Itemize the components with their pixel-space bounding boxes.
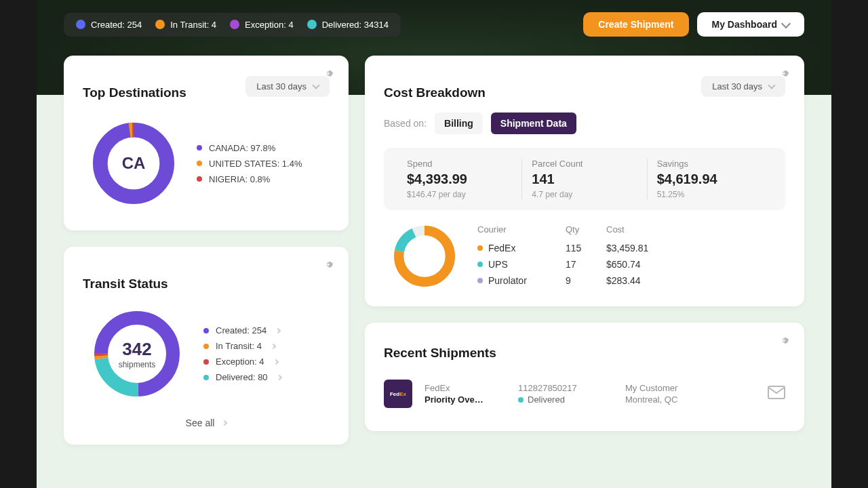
gear-icon[interactable]	[323, 259, 336, 272]
destinations-donut-chart: CA	[90, 119, 178, 207]
legend-item[interactable]: CANADA: 97.8%	[197, 143, 302, 153]
stat-in-transit[interactable]: In Transit: 4	[155, 20, 216, 30]
chevron-right-icon	[271, 343, 276, 348]
legend-item[interactable]: UNITED STATES: 1.4%	[197, 159, 302, 169]
chevron-right-icon	[273, 359, 278, 364]
shipment-row[interactable]: FedEx FedEx Priority Ove… 112827850217 D…	[384, 373, 785, 415]
donut-center-label: CA	[122, 154, 146, 173]
stat-delivered[interactable]: Delivered: 34314	[307, 20, 389, 30]
courier-donut-chart	[391, 222, 458, 290]
legend-item[interactable]: Exception: 4	[203, 357, 281, 367]
transit-status-card: Transit Status 342 shipments	[64, 247, 349, 445]
dot-icon	[477, 245, 483, 251]
card-title: Transit Status	[83, 277, 330, 291]
card-title: Recent Shipments	[384, 346, 785, 361]
gear-icon[interactable]	[778, 335, 792, 348]
stat-created[interactable]: Created: 254	[76, 20, 142, 30]
stat-label: Exception: 4	[245, 20, 294, 30]
donut-sublabel: shipments	[119, 360, 156, 369]
card-title: Top Destinations	[83, 85, 186, 100]
dot-icon	[76, 20, 85, 29]
my-dashboard-button[interactable]: My Dashboard	[697, 12, 804, 37]
th-qty: Qty	[566, 224, 606, 235]
table-row[interactable]: FedEx 115 $3,459.81	[477, 240, 778, 256]
metric-parcel-count: Parcel Count 141 4.7 per day	[522, 159, 647, 199]
location-label: Montreal, QC	[625, 394, 677, 405]
chevron-down-icon	[312, 81, 319, 89]
stat-exception[interactable]: Exception: 4	[230, 20, 294, 30]
dot-icon	[203, 375, 209, 380]
transit-donut-chart: 342 shipments	[90, 306, 184, 401]
customer-name: My Customer	[625, 383, 677, 393]
card-title: Cost Breakdown	[384, 85, 486, 100]
based-on-label: Based on:	[384, 118, 427, 129]
table-row[interactable]: UPS 17 $650.74	[477, 256, 778, 272]
see-all-link[interactable]: See all	[83, 408, 330, 428]
th-courier: Courier	[477, 224, 566, 235]
status-dot-icon	[518, 397, 524, 403]
destinations-legend: CANADA: 97.8% UNITED STATES: 1.4% NIGERI…	[197, 143, 302, 184]
dot-icon	[203, 359, 209, 365]
dot-icon	[203, 328, 209, 333]
stat-label: Created: 254	[91, 20, 142, 30]
stat-label: Delivered: 34314	[322, 20, 389, 30]
legend-item[interactable]: In Transit: 4	[203, 341, 281, 351]
courier-name: FedEx	[425, 383, 506, 393]
chevron-down-icon	[781, 18, 791, 28]
chevron-right-icon	[275, 327, 281, 333]
dot-icon	[197, 161, 202, 166]
dot-icon	[203, 344, 209, 349]
status-summary-pills: Created: 254 In Transit: 4 Exception: 4 …	[64, 13, 401, 37]
top-destinations-card: Top Destinations Last 30 days CA CANADA:…	[64, 56, 349, 230]
gear-icon[interactable]	[778, 68, 792, 81]
mail-icon[interactable]	[768, 386, 785, 402]
dot-icon	[477, 278, 483, 283]
status-label: Delivered	[528, 394, 565, 405]
metric-spend: Spend $4,393.99 $146.47 per day	[397, 159, 522, 199]
dot-icon	[230, 20, 239, 29]
dot-icon	[197, 176, 202, 182]
table-row[interactable]: Purolator 9 $283.44	[477, 272, 778, 289]
period-selector[interactable]: Last 30 days	[245, 76, 330, 97]
tracking-number: 112827850217	[518, 383, 613, 393]
dot-icon	[477, 262, 483, 267]
tab-billing[interactable]: Billing	[435, 113, 483, 134]
chevron-right-icon	[276, 374, 281, 380]
tab-shipment-data[interactable]: Shipment Data	[491, 113, 576, 134]
metric-savings: Savings $4,619.94 51.25%	[648, 159, 772, 199]
legend-item[interactable]: Delivered: 80	[203, 372, 281, 382]
transit-legend: Created: 254 In Transit: 4 Exception: 4 …	[203, 325, 281, 382]
courier-table: Courier Qty Cost FedEx 115 $3,459.81 UPS…	[477, 224, 778, 289]
service-name: Priority Ove…	[425, 394, 506, 405]
th-cost: Cost	[606, 224, 778, 235]
metrics-row: Spend $4,393.99 $146.47 per day Parcel C…	[384, 148, 785, 210]
dot-icon	[307, 20, 317, 29]
dot-icon	[197, 145, 202, 150]
dot-icon	[155, 20, 165, 29]
legend-item[interactable]: NIGERIA: 0.8%	[197, 174, 302, 184]
chevron-down-icon	[768, 81, 775, 89]
period-selector[interactable]: Last 30 days	[701, 76, 785, 97]
legend-item[interactable]: Created: 254	[203, 325, 281, 336]
cost-breakdown-card: Cost Breakdown Last 30 days Based on: Bi…	[365, 56, 804, 306]
create-shipment-button[interactable]: Create Shipment	[583, 12, 688, 37]
recent-shipments-card: Recent Shipments FedEx FedEx Priority Ov…	[365, 323, 804, 431]
top-bar: Created: 254 In Transit: 4 Exception: 4 …	[64, 12, 804, 37]
donut-count: 342	[122, 339, 151, 360]
courier-badge: FedEx	[384, 380, 412, 408]
chevron-right-icon	[222, 420, 227, 426]
stat-label: In Transit: 4	[170, 20, 216, 30]
gear-icon[interactable]	[323, 68, 336, 81]
